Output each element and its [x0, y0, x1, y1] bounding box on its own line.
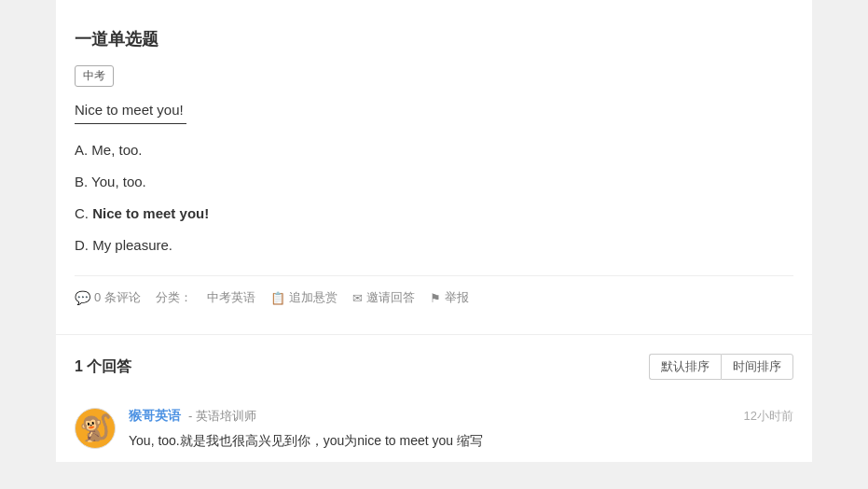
add-reward-action[interactable]: 📋 追加悬赏: [270, 289, 338, 306]
blank-underline: [75, 123, 186, 124]
invite-answer-action[interactable]: ✉ 邀请回答: [352, 289, 415, 306]
book-icon: 📋: [270, 291, 285, 305]
answer-text: You, too.就是我也很高兴见到你，you为nice to meet you…: [129, 430, 793, 453]
answer-time: 12小时前: [744, 408, 793, 425]
action-bar: 💬 0 条评论 分类： 中考英语 📋 追加悬赏 ✉ 邀请回答 ⚑ 举报: [75, 275, 793, 315]
answers-section: 1 个回答 默认排序 时间排序 🐒 猴哥英语 - 英语培训师 12小时前 You…: [56, 334, 812, 462]
option-d: D. My pleasure.: [75, 234, 793, 257]
option-b-label: B.: [75, 174, 91, 189]
options-list: A. Me, too. B. You, too. C. Nice to meet…: [75, 139, 793, 257]
option-d-label: D.: [75, 237, 92, 253]
category-label: 分类：: [156, 289, 192, 306]
avatar: 🐒: [75, 408, 116, 449]
option-b: B. You, too.: [75, 171, 793, 193]
question-text: Nice to meet you!: [75, 102, 793, 118]
flag-icon: ⚑: [430, 291, 441, 305]
report-action[interactable]: ⚑ 举报: [430, 289, 469, 306]
comment-icon: 💬: [75, 290, 90, 305]
avatar-image: 🐒: [79, 415, 112, 441]
option-b-text: You, too.: [91, 174, 146, 189]
option-c: C. Nice to meet you!: [75, 203, 793, 225]
category-value[interactable]: 中考英语: [207, 289, 255, 306]
author-info: 猴哥英语 - 英语培训师: [129, 408, 256, 425]
sort-default-button[interactable]: 默认排序: [649, 354, 721, 380]
invite-answer-label: 邀请回答: [366, 289, 415, 306]
report-label: 举报: [445, 289, 469, 306]
option-a-label: A.: [75, 142, 91, 158]
option-c-text: Nice to meet you!: [92, 205, 209, 221]
tag-badge[interactable]: 中考: [75, 65, 114, 87]
comment-action[interactable]: 💬 0 条评论: [75, 289, 141, 306]
answers-header: 1 个回答 默认排序 时间排序: [75, 354, 793, 380]
add-reward-label: 追加悬赏: [289, 289, 338, 306]
answer-content: 猴哥英语 - 英语培训师 12小时前 You, too.就是我也很高兴见到你，y…: [129, 408, 793, 453]
answerer-title: - 英语培训师: [188, 409, 256, 423]
page-wrapper: 一道单选题 中考 Nice to meet you! A. Me, too. B…: [0, 0, 868, 489]
sort-buttons: 默认排序 时间排序: [649, 354, 793, 380]
sort-time-button[interactable]: 时间排序: [721, 354, 793, 380]
option-d-text: My pleasure.: [92, 237, 172, 253]
answer-item: 🐒 猴哥英语 - 英语培训师 12小时前 You, too.就是我也很高兴见到你…: [75, 398, 793, 453]
option-a-text: Me, too.: [91, 142, 142, 158]
invite-icon: ✉: [352, 291, 363, 305]
question-title: 一道单选题: [75, 28, 793, 50]
answerer-name[interactable]: 猴哥英语: [129, 408, 181, 423]
comment-count: 0 条评论: [94, 289, 141, 306]
option-a: A. Me, too.: [75, 139, 793, 161]
answers-count: 1 个回答: [75, 357, 131, 377]
answer-meta: 猴哥英语 - 英语培训师 12小时前: [129, 408, 793, 425]
option-c-label: C.: [75, 205, 92, 221]
question-content-area: 一道单选题 中考 Nice to meet you! A. Me, too. B…: [56, 0, 812, 334]
